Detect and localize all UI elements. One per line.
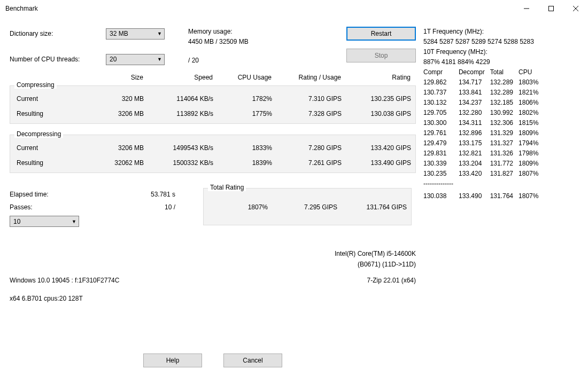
iteration-log: 1T Frequency (MHz): 5284 5287 5287 5289 …	[423, 27, 578, 304]
mem-usage-value: 4450 MB / 32509 MB	[188, 37, 249, 47]
log-cell: 129.479	[423, 138, 459, 148]
restart-button[interactable]: Restart	[346, 27, 416, 41]
stop-button[interactable]: Stop	[346, 49, 416, 62]
log-cell: 131.326	[490, 148, 519, 159]
elapsed-value: 53.781 s	[95, 191, 175, 198]
close-button[interactable]	[563, 1, 588, 17]
row-label: Current	[10, 144, 90, 152]
log-row: 130.235133.420131.8271807%	[423, 169, 544, 179]
svg-rect-1	[549, 6, 554, 11]
cell: 130.235 GIPS	[342, 95, 411, 103]
cell: 133.420 GIPS	[342, 144, 411, 152]
passes-label: Passes:	[10, 203, 95, 211]
log-cell: CPU	[519, 67, 544, 77]
log-cell: 1821%	[519, 88, 544, 98]
decompressing-group: Decompressing Current 3206 MB 1499543 KB…	[10, 135, 416, 173]
maximize-button[interactable]	[539, 1, 563, 17]
cell: 32062 MB	[90, 159, 144, 167]
freq1-value: 5284 5287 5287 5289 5274 5288 5283	[423, 37, 578, 47]
freq10-label: 10T Frequency (MHz):	[423, 47, 578, 57]
log-row: 129.831132.821131.3261798%	[423, 148, 544, 159]
cell: 3206 MB	[90, 110, 144, 117]
cell: 114064 KB/s	[144, 95, 213, 103]
cell: 7.328 GIPS	[272, 110, 342, 117]
threads-select[interactable]: 20 ▼	[106, 54, 165, 65]
cell: 7.261 GIPS	[272, 159, 342, 167]
cpu-sub: (B0671) (11D->11D)	[358, 259, 416, 270]
log-cell: 133.490	[459, 191, 490, 201]
freq10-value: 887% 4181 884% 4229	[423, 57, 578, 67]
log-cell: 132.185	[490, 98, 519, 108]
log-cell: 132.821	[459, 148, 490, 159]
chevron-down-icon: ▼	[72, 219, 76, 224]
total-rating-legend: Total Rating	[208, 184, 246, 191]
help-button[interactable]: Help	[143, 354, 202, 367]
log-row: 129.761132.896131.3291809%	[423, 128, 544, 138]
help-label: Help	[166, 357, 180, 364]
total-cpu: 1807%	[204, 203, 268, 211]
compressing-legend: Compressing	[14, 81, 57, 89]
log-cell: 130.038	[423, 191, 459, 201]
cell: 1839%	[213, 159, 272, 167]
log-row: 130.038133.490131.7641807%	[423, 191, 544, 201]
log-cell: 134.717	[459, 77, 490, 88]
log-cell: 131.327	[490, 138, 519, 148]
chevron-down-icon: ▼	[157, 57, 162, 62]
log-cell: 129.831	[423, 148, 459, 159]
compress-resulting-row: Resulting 3206 MB 113892 KB/s 1775% 7.32…	[10, 106, 415, 121]
cell: 7.280 GIPS	[272, 144, 342, 152]
log-cell: Compr	[423, 67, 459, 77]
log-cell: 132.306	[490, 118, 519, 128]
results-header: Size Speed CPU Usage Rating / Usage Rati…	[10, 72, 416, 82]
log-cell: 1794%	[519, 138, 544, 148]
chevron-down-icon: ▼	[157, 31, 162, 36]
log-cell: 133.175	[459, 138, 490, 148]
log-row: 130.300134.311132.3061815%	[423, 118, 544, 128]
cell: 3206 MB	[90, 144, 144, 152]
log-row: 130.132134.237132.1851806%	[423, 98, 544, 108]
log-cell: 1815%	[519, 118, 544, 128]
titlebar: Benchmark	[0, 0, 588, 17]
threads-value: 20	[110, 56, 117, 63]
log-row: 130.339133.204131.7721809%	[423, 159, 544, 169]
row-label: Current	[10, 95, 90, 103]
col-rating: Rating	[341, 74, 411, 81]
cell: 130.038 GIPS	[342, 110, 411, 117]
total-rating-group: Total Rating 1807% 7.295 GIPS 131.764 GI…	[203, 188, 412, 225]
row-label: Resulting	[10, 110, 90, 117]
app-line: 7-Zip 22.01 (x64)	[367, 275, 416, 286]
elapsed-label: Elapsed time:	[10, 191, 95, 198]
passes-select[interactable]: 10 ▼	[10, 216, 79, 227]
log-cell: 129.862	[423, 77, 459, 88]
log-cell: 1807%	[519, 191, 544, 201]
log-cell: 1806%	[519, 98, 544, 108]
log-cell: Total	[490, 67, 519, 77]
col-speed: Speed	[143, 74, 213, 81]
log-cell: 134.237	[459, 98, 490, 108]
threads-label: Number of CPU threads:	[10, 56, 106, 63]
log-cell: 131.764	[490, 191, 519, 201]
log-row: ComprDecomprTotalCPU	[423, 67, 544, 77]
log-cell: 130.132	[423, 98, 459, 108]
cancel-button[interactable]: Cancel	[223, 354, 282, 367]
cell: 1500332 KB/s	[144, 159, 213, 167]
col-ru: Rating / Usage	[272, 74, 341, 81]
log-cell: 129.761	[423, 128, 459, 138]
cell: 7.310 GIPS	[272, 95, 342, 103]
dict-size-select[interactable]: 32 MB ▼	[106, 28, 165, 40]
cell: 1833%	[213, 144, 272, 152]
log-cell: 130.992	[490, 108, 519, 118]
log-cell: 1802%	[519, 108, 544, 118]
stop-label: Stop	[375, 52, 388, 59]
log-cell: 131.329	[490, 128, 519, 138]
log-cell: 132.289	[490, 77, 519, 88]
passes-select-value: 10	[13, 218, 20, 225]
minimize-button[interactable]	[514, 1, 539, 17]
cancel-label: Cancel	[243, 357, 262, 364]
log-cell: 130.235	[423, 169, 459, 179]
log-cell: 134.311	[459, 118, 490, 128]
restart-label: Restart	[371, 30, 392, 37]
row-label: Resulting	[10, 159, 90, 167]
log-cell: 133.204	[459, 159, 490, 169]
log-cell: 130.300	[423, 118, 459, 128]
